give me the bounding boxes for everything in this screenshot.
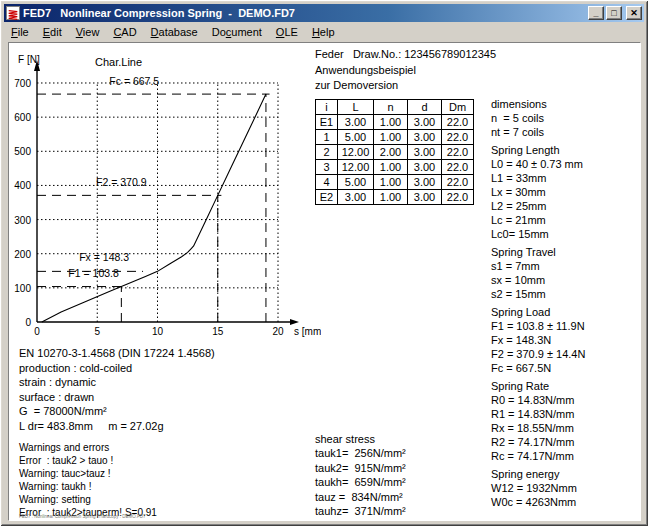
table-cell: 22.0 bbox=[442, 160, 474, 175]
table-cell: 12.00 bbox=[338, 145, 374, 160]
spring-icon[interactable] bbox=[6, 6, 20, 20]
result-line: L0 = 40 ± 0.73 mm bbox=[491, 157, 585, 171]
shear-stress-title: shear stress bbox=[315, 432, 406, 446]
clipped-error-line: Error : tauk2>tauzperm! S=0.58 bbox=[19, 519, 162, 521]
titlebar[interactable]: FED7 Nonlinear Compression Spring - DEMO… bbox=[4, 4, 644, 22]
table-cell: 3.00 bbox=[408, 190, 442, 205]
chart-text: s [mm] bbox=[294, 326, 321, 337]
content-area: F1 = 103.8Fx = 148.3F2 = 370.9Fc = 667.5… bbox=[8, 42, 641, 521]
result-line: Lc0= 15mm bbox=[491, 227, 585, 241]
shear-stress-line: taukh= 659N/mm² bbox=[315, 475, 406, 489]
close-button[interactable]: ✕ bbox=[626, 6, 642, 20]
table-cell: 3.00 bbox=[408, 160, 442, 175]
menu-item-view[interactable]: View bbox=[69, 25, 107, 39]
chart-text: 300 bbox=[14, 215, 31, 226]
chart-text: 600 bbox=[14, 112, 31, 123]
chart-text: 500 bbox=[14, 146, 31, 157]
result-group: Spring RateR0 = 14.83N/mmR1 = 14.83N/mmR… bbox=[491, 379, 585, 463]
menu-item-cad[interactable]: CAD bbox=[106, 25, 143, 39]
table-cell: 1.00 bbox=[374, 115, 408, 130]
material-line: EN 10270-3-1.4568 (DIN 17224 1.4568) bbox=[19, 346, 215, 361]
table-cell: 22.0 bbox=[442, 175, 474, 190]
result-line: n = 5 coils bbox=[491, 111, 585, 125]
result-group: Spring LoadF1 = 103.8 ± 11.9NFx = 148.3N… bbox=[491, 305, 585, 375]
table-cell: 1.00 bbox=[374, 130, 408, 145]
result-group-title: Spring Travel bbox=[491, 245, 585, 259]
result-line: W0c = 4263Nmm bbox=[491, 495, 585, 509]
shear-stress-line: tauk2= 915N/mm² bbox=[315, 461, 406, 475]
result-line: sx = 10mm bbox=[491, 273, 585, 287]
table-cell: 2.00 bbox=[374, 145, 408, 160]
table-cell: 3.00 bbox=[338, 115, 374, 130]
menu-item-edit[interactable]: Edit bbox=[36, 25, 69, 39]
table-cell: 22.0 bbox=[442, 130, 474, 145]
result-line: R1 = 14.83N/mm bbox=[491, 407, 585, 421]
chart-text: 10 bbox=[152, 326, 164, 337]
result-group-title: Spring Rate bbox=[491, 379, 585, 393]
menu-item-document[interactable]: Document bbox=[205, 25, 269, 39]
maximize-button[interactable]: □ bbox=[606, 6, 622, 20]
menubar: FileEditViewCADDatabaseDocumentOLEHelp bbox=[4, 23, 644, 41]
chart-text: 700 bbox=[14, 78, 31, 89]
spring-segments-table: iLndDmE13.001.003.0022.015.001.003.0022.… bbox=[315, 99, 474, 205]
table-header-cell: Dm bbox=[442, 100, 474, 115]
menu-item-file[interactable]: File bbox=[4, 25, 36, 39]
result-line: F2 = 370.9 ± 14.4N bbox=[491, 347, 585, 361]
result-line: F1 = 103.8 ± 11.9N bbox=[491, 319, 585, 333]
chart-text: F2 = 370.9 bbox=[96, 176, 147, 188]
chart-text: 400 bbox=[14, 180, 31, 191]
table-row: E13.001.003.0022.0 bbox=[316, 115, 474, 130]
chart-text: F1 = 103.8 bbox=[68, 267, 119, 279]
table-cell: 3.00 bbox=[338, 190, 374, 205]
table-cell: 1.00 bbox=[374, 175, 408, 190]
result-line: nt = 7 coils bbox=[491, 125, 585, 139]
warning-line: Warning: taukh ! bbox=[19, 480, 157, 493]
result-group-title: Spring Length bbox=[491, 143, 585, 157]
table-cell: 22.0 bbox=[442, 145, 474, 160]
table-cell: 12.00 bbox=[338, 160, 374, 175]
menu-item-database[interactable]: Database bbox=[144, 25, 205, 39]
result-line: W12 = 1932Nmm bbox=[491, 481, 585, 495]
table-row: 45.001.003.0022.0 bbox=[316, 175, 474, 190]
table-cell: 3.00 bbox=[408, 175, 442, 190]
chart-text: 20 bbox=[272, 326, 284, 337]
warnings-block: Warnings and errors Error : tauk2 > tauo… bbox=[19, 441, 157, 519]
table-cell: 3.00 bbox=[408, 130, 442, 145]
result-line: Rx = 18.55N/mm bbox=[491, 421, 585, 435]
material-line: strain : dynamic bbox=[19, 375, 215, 390]
menu-item-ole[interactable]: OLE bbox=[269, 25, 305, 39]
drawing-header-line: Anwendungsbeispiel bbox=[315, 63, 496, 79]
result-group: dimensionsn = 5 coilsnt = 7 coils bbox=[491, 97, 585, 139]
table-row: 212.002.003.0022.0 bbox=[316, 145, 474, 160]
result-line: L1 = 33mm bbox=[491, 171, 585, 185]
chart-text: F [N] bbox=[18, 54, 40, 65]
shear-stress-line: tauk1= 256N/mm² bbox=[315, 446, 406, 460]
table-cell: 2 bbox=[316, 145, 338, 160]
warnings-title: Warnings and errors bbox=[19, 441, 157, 454]
result-line: R0 = 14.83N/mm bbox=[491, 393, 585, 407]
result-group: Spring energyW12 = 1932NmmW0c = 4263Nmm bbox=[491, 467, 585, 509]
app-window: FED7 Nonlinear Compression Spring - DEMO… bbox=[0, 0, 648, 526]
shear-stress-list: tauk1= 256N/mm²tauk2= 915N/mm²taukh= 659… bbox=[315, 446, 406, 518]
table-cell: 3.00 bbox=[408, 115, 442, 130]
material-line: surface : drawn bbox=[19, 390, 215, 405]
shear-stress-block: shear stress tauk1= 256N/mm²tauk2= 915N/… bbox=[315, 432, 406, 518]
titlebar-buttons: _ □ ✕ bbox=[588, 6, 642, 20]
chart-text: Fc = 667.5 bbox=[109, 75, 159, 87]
material-line: production : cold-coiled bbox=[19, 361, 215, 376]
drawing-header-line: zur Demoversion bbox=[315, 78, 496, 94]
result-group: Spring LengthL0 = 40 ± 0.73 mmL1 = 33mmL… bbox=[491, 143, 585, 241]
table-cell: 3.00 bbox=[408, 145, 442, 160]
result-group-title: dimensions bbox=[491, 97, 585, 111]
table-cell: E1 bbox=[316, 115, 338, 130]
table-row: 312.001.003.0022.0 bbox=[316, 160, 474, 175]
menu-item-help[interactable]: Help bbox=[305, 25, 342, 39]
shear-stress-line: tauhz= 371N/mm² bbox=[315, 504, 406, 518]
warning-line: Error : tauk2 > tauo ! bbox=[19, 454, 157, 467]
table-header-cell: i bbox=[316, 100, 338, 115]
chart-text: 5 bbox=[94, 326, 100, 337]
result-line: Fc = 667.5N bbox=[491, 361, 585, 375]
chart-text: 200 bbox=[14, 249, 31, 260]
minimize-button[interactable]: _ bbox=[588, 6, 604, 20]
window-title: FED7 Nonlinear Compression Spring - DEMO… bbox=[23, 7, 588, 19]
